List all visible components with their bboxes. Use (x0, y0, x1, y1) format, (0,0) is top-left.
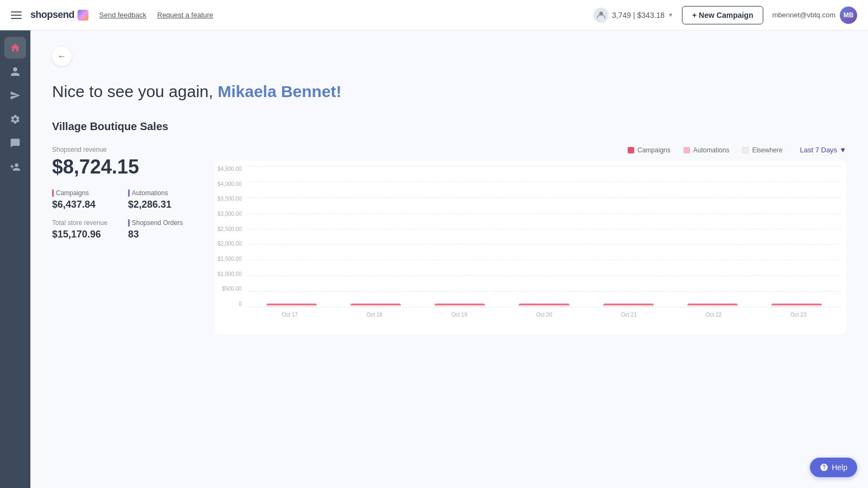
y-axis-label: $500.00 (222, 286, 241, 292)
metric-campaigns: Campaigns $6,437.84 (52, 189, 117, 210)
legend-campaigns-dot (628, 147, 634, 153)
metric-total-label: Total store revenue (52, 219, 117, 227)
metric-orders-label: Shopsend Orders (128, 219, 193, 227)
sidebar-item-home[interactable] (4, 37, 26, 59)
sidebar-item-add-user[interactable] (4, 156, 26, 178)
sidebar-item-settings[interactable] (4, 108, 26, 130)
credits-info[interactable]: 3,749 | $343.18 ▼ (593, 8, 673, 23)
back-button[interactable]: ← (52, 47, 72, 66)
legend-automations-dot (684, 147, 690, 153)
y-axis-label: $4,000.00 (218, 181, 242, 187)
legend-campaigns: Campaigns (628, 146, 671, 154)
bar-group (755, 304, 839, 307)
bar-stack[interactable] (519, 304, 569, 307)
greeting-name: Mikaela Bennet! (218, 82, 341, 100)
legend-elsewhere: Elsewhere (742, 146, 782, 154)
sidebar-item-messages[interactable] (4, 132, 26, 154)
greeting-prefix: Nice to see you again, (52, 82, 218, 100)
metric-orders: Shopsend Orders 83 (128, 219, 193, 240)
bar-segment-elsewhere (687, 306, 738, 307)
chart-legend: Campaigns Automations Elsewhere Last 7 D… (215, 146, 846, 154)
logo: shopsend (30, 9, 88, 21)
metric-total-value: $15,170.96 (52, 229, 117, 240)
logo-diamond-icon (78, 10, 88, 21)
dashboard-content: Shopsend revenue $8,724.15 Campaigns $6,… (52, 146, 846, 334)
legend-automations-label: Automations (693, 146, 730, 154)
metric-automations: Automations $2,286.31 (128, 189, 193, 210)
bar-segment-elsewhere (603, 306, 654, 307)
legend-elsewhere-dot (742, 147, 749, 153)
sidebar-item-campaigns[interactable] (4, 85, 26, 106)
metric-campaigns-label: Campaigns (52, 189, 117, 197)
bars-area (247, 166, 841, 307)
chart-container: $4,500.00$4,000.00$3,500.00$3,000.00$2,5… (215, 160, 846, 334)
greeting: Nice to see you again, Mikaela Bennet! (52, 82, 846, 101)
bar-stack[interactable] (771, 304, 822, 307)
x-axis-label: Oct 22 (671, 312, 756, 318)
revenue-label: Shopsend revenue (52, 146, 193, 153)
metrics-grid: Campaigns $6,437.84 Automations $2,286.3… (52, 189, 193, 240)
metric-total-revenue: Total store revenue $15,170.96 (52, 219, 117, 240)
legend-automations: Automations (684, 146, 730, 154)
chart-panel: Campaigns Automations Elsewhere Last 7 D… (215, 146, 846, 334)
y-axis-label: $3,000.00 (218, 211, 242, 217)
bar-group (671, 304, 755, 307)
bar-stack[interactable] (435, 304, 485, 307)
topnav-links: Send feedback Request a feature (99, 11, 213, 19)
metric-orders-value: 83 (128, 229, 193, 240)
metrics-panel: Shopsend revenue $8,724.15 Campaigns $6,… (52, 146, 193, 255)
credits-value: 3,749 | $343.18 (612, 11, 665, 20)
menu-icon[interactable] (11, 11, 22, 19)
bar-segment-elsewhere (519, 306, 569, 307)
bar-segment-elsewhere (266, 306, 317, 307)
y-axis-label: $1,000.00 (218, 271, 242, 277)
user-email: mbennet@vbtq.com (772, 11, 835, 19)
x-axis-label: Oct 20 (502, 312, 586, 318)
help-button[interactable]: Help (810, 458, 857, 477)
bar-stack[interactable] (603, 304, 654, 307)
user-info: mbennet@vbtq.com MB (772, 7, 857, 24)
bar-group (250, 304, 334, 307)
y-axis-label: $3,500.00 (218, 196, 242, 202)
bar-group (586, 304, 671, 307)
grid-line (247, 307, 841, 307)
bar-stack[interactable] (350, 304, 401, 307)
topnav-right: 3,749 | $343.18 ▼ + New Campaign mbennet… (593, 6, 857, 24)
new-campaign-button[interactable]: + New Campaign (682, 6, 763, 24)
legend-elsewhere-label: Elsewhere (752, 146, 782, 154)
time-filter[interactable]: Last 7 Days ▼ (800, 146, 846, 154)
y-axis-label: 0 (239, 301, 242, 307)
bar-group (334, 304, 418, 307)
automations-bar-indicator (128, 189, 130, 197)
request-feature-link[interactable]: Request a feature (157, 11, 213, 19)
store-title: Village Boutique Sales (52, 120, 846, 133)
bar-group (418, 304, 502, 307)
x-axis-label: Oct 17 (247, 312, 332, 318)
avatar: MB (840, 7, 857, 24)
x-axis-label: Oct 18 (332, 312, 417, 318)
x-axis-label: Oct 21 (586, 312, 671, 318)
bar-stack[interactable] (266, 304, 317, 307)
chart-inner: $4,500.00$4,000.00$3,500.00$3,000.00$2,5… (247, 166, 841, 318)
bar-segment-elsewhere (350, 306, 401, 307)
metric-campaigns-value: $6,437.84 (52, 199, 117, 210)
campaigns-bar-indicator (52, 189, 54, 197)
metric-automations-value: $2,286.31 (128, 199, 193, 210)
top-navigation: shopsend Send feedback Request a feature… (0, 0, 868, 30)
y-axis-label: $2,000.00 (218, 241, 242, 247)
send-feedback-link[interactable]: Send feedback (99, 11, 146, 19)
credits-icon (593, 8, 609, 23)
main-content: ← Nice to see you again, Mikaela Bennet!… (30, 30, 868, 488)
logo-text: shopsend (30, 9, 74, 21)
help-label: Help (832, 463, 847, 472)
credits-dropdown-icon: ▼ (668, 12, 673, 18)
bar-segment-elsewhere (435, 306, 485, 307)
x-axis-label: Oct 19 (417, 312, 502, 318)
sidebar-item-contacts[interactable] (4, 61, 26, 82)
sidebar (0, 30, 30, 488)
orders-bar-indicator (128, 219, 130, 227)
y-axis-label: $2,500.00 (218, 226, 242, 232)
time-filter-chevron: ▼ (839, 146, 846, 154)
x-labels: Oct 17Oct 18Oct 19Oct 20Oct 21Oct 22Oct … (247, 312, 841, 318)
bar-stack[interactable] (687, 304, 738, 307)
